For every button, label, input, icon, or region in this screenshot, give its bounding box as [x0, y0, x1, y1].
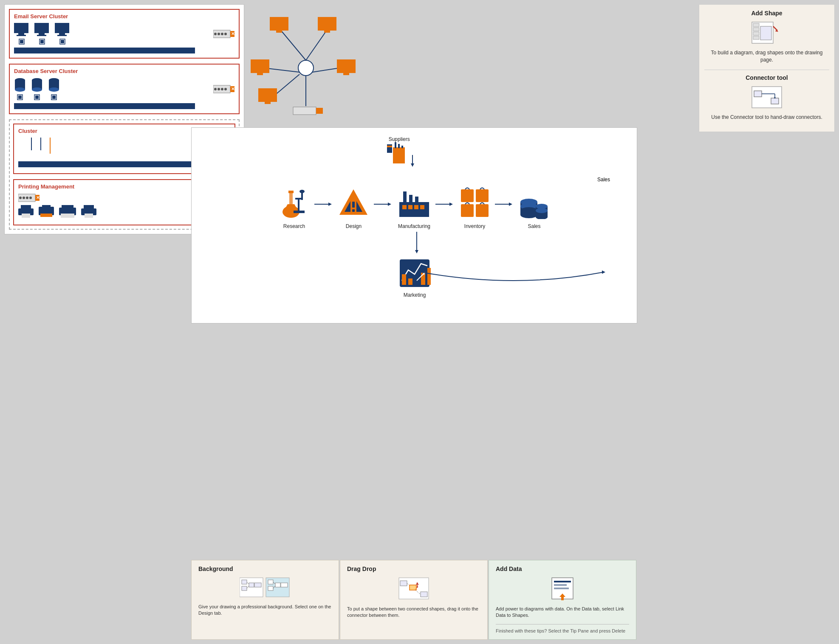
svg-rect-142 — [461, 204, 474, 217]
manufacturing-label: Manufacturing — [398, 223, 430, 229]
svg-marker-121 — [328, 202, 332, 206]
db-cluster-title: Database Server Cluster — [14, 68, 234, 74]
svg-rect-171 — [254, 583, 261, 587]
printer-1 — [18, 205, 34, 218]
svg-rect-97 — [752, 87, 782, 108]
sales-label: Sales — [528, 223, 540, 229]
svg-rect-141 — [476, 189, 489, 202]
design-step: Design — [338, 187, 370, 229]
inventory-icon — [459, 187, 491, 219]
svg-rect-9 — [40, 40, 44, 43]
research-label: Research — [283, 223, 305, 229]
svg-rect-14 — [61, 40, 64, 43]
svg-rect-31 — [35, 96, 39, 99]
svg-rect-99 — [771, 98, 779, 104]
inventory-step: Inventory — [459, 187, 491, 229]
svg-rect-113 — [289, 191, 293, 204]
svg-rect-91 — [753, 28, 759, 31]
process-panel: Suppliers — [191, 127, 637, 323]
svg-text:✕: ✕ — [231, 87, 234, 91]
svg-point-70 — [298, 60, 314, 76]
svg-rect-87 — [293, 107, 316, 115]
db-blue-bar — [14, 103, 195, 109]
svg-rect-104 — [387, 146, 392, 147]
printer-2 — [39, 205, 54, 218]
svg-rect-1 — [18, 33, 24, 35]
svg-rect-84 — [265, 102, 271, 104]
svg-rect-86 — [343, 73, 349, 75]
dragdrop-tip-title: Drag Drop — [347, 565, 480, 572]
svg-point-17 — [218, 33, 220, 35]
svg-rect-88 — [316, 108, 323, 114]
sales-step: Sales — [518, 187, 550, 229]
svg-rect-188 — [554, 581, 571, 582]
svg-rect-69 — [85, 214, 93, 218]
svg-rect-189 — [554, 584, 567, 586]
svg-rect-179 — [281, 583, 288, 587]
svg-point-53 — [23, 197, 25, 199]
svg-text:✕: ✕ — [36, 195, 40, 200]
svg-rect-62 — [40, 214, 52, 217]
svg-rect-78 — [276, 31, 282, 33]
connector-tool-card: Connector tool Use the Connector tool to… — [704, 74, 829, 121]
svg-rect-167 — [242, 586, 247, 591]
dragdrop-tip-text: To put a shape between two connected sha… — [347, 606, 480, 619]
hub-area — [246, 13, 365, 123]
add-shape-card: Add Shape To build a diagram, drag shape… — [704, 10, 829, 64]
svg-rect-11 — [59, 33, 65, 35]
svg-rect-92 — [753, 32, 759, 35]
manufacturing-icon — [397, 187, 431, 219]
svg-marker-145 — [509, 202, 512, 206]
marketing-label: Marketing — [398, 292, 432, 298]
svg-rect-6 — [39, 33, 45, 35]
research-step: Research — [278, 187, 310, 229]
svg-marker-96 — [775, 29, 778, 32]
suppliers-label: Suppliers — [383, 136, 415, 142]
svg-rect-108 — [401, 146, 403, 148]
svg-rect-90 — [753, 23, 759, 27]
dragdrop-tip-card: Drag Drop To put a shape between two con… — [340, 560, 488, 640]
dragdrop-icon — [397, 576, 431, 601]
svg-rect-93 — [753, 36, 759, 39]
svg-rect-5 — [34, 23, 49, 33]
svg-rect-133 — [414, 205, 418, 209]
svg-rect-140 — [461, 189, 474, 202]
finish-tips-area: Finished with these tips? Select the Tip… — [496, 624, 629, 634]
switch-2: ✕ — [213, 84, 234, 94]
svg-point-54 — [26, 197, 28, 199]
svg-rect-174 — [268, 580, 273, 584]
svg-point-150 — [520, 207, 537, 214]
monitor-2 — [34, 23, 50, 45]
svg-line-75 — [312, 68, 340, 72]
svg-point-154 — [536, 208, 548, 213]
inventory-label: Inventory — [464, 223, 485, 229]
svg-rect-59 — [21, 205, 31, 209]
svg-rect-36 — [52, 96, 56, 99]
svg-rect-12 — [57, 35, 67, 36]
svg-rect-7 — [37, 35, 46, 36]
svg-point-24 — [15, 87, 25, 92]
adddata-tip-card: Add Data Add power to diagrams with data… — [489, 560, 636, 640]
finish-tips-text: Finished with these tips? Select the Tip… — [496, 628, 629, 634]
sales-icon — [518, 187, 550, 219]
printing-switch: ✕ — [18, 193, 40, 202]
email-icons-row: ✕ — [14, 23, 234, 45]
svg-rect-80 — [324, 31, 330, 33]
svg-point-34 — [49, 87, 59, 92]
svg-rect-132 — [408, 205, 412, 209]
svg-rect-182 — [421, 592, 427, 597]
svg-marker-164 — [602, 270, 605, 274]
svg-rect-105 — [393, 147, 405, 163]
svg-rect-181 — [400, 581, 407, 586]
svg-rect-135 — [403, 191, 407, 202]
arrow-3 — [435, 201, 455, 207]
suppliers-icon — [383, 142, 408, 168]
svg-rect-63 — [42, 205, 51, 208]
process-inner: Suppliers — [200, 136, 628, 315]
stub-3 — [50, 138, 51, 154]
design-label: Design — [346, 223, 362, 229]
svg-rect-143 — [476, 204, 489, 217]
svg-rect-159 — [408, 278, 412, 285]
mfg-down-arrow — [414, 232, 420, 256]
connector-icon-area — [704, 84, 829, 111]
